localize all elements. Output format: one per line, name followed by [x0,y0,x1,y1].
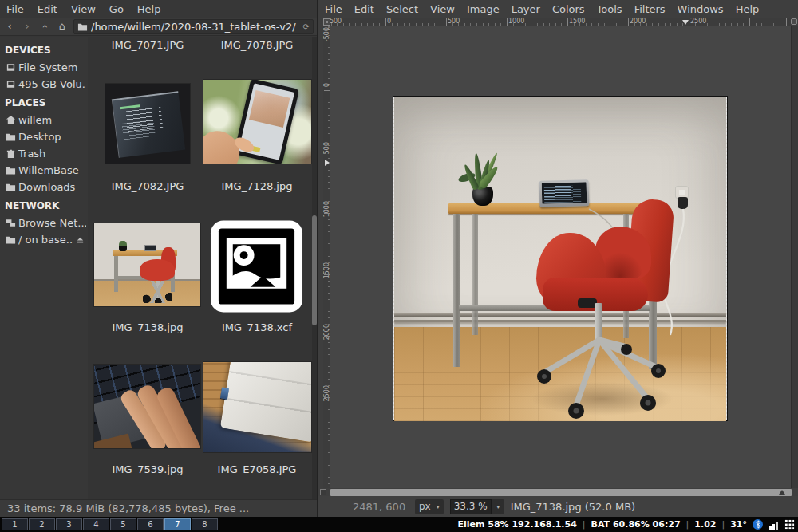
unit-dropdown[interactable]: px ▾ [415,499,444,514]
ruler-label: 0 [387,18,391,25]
menu-layer[interactable]: Layer [512,3,540,15]
menu-tools[interactable]: Tools [597,3,622,15]
horizontal-ruler[interactable]: -500 0 500 1000 1500 2000 2500 [330,18,792,26]
zoom-value: 33.3 % [454,501,488,512]
sidebar-item-label: 495 GB Volu... [18,78,86,90]
menu-file[interactable]: File [6,3,24,15]
file-label[interactable]: IMG_7138.xcf [197,321,312,333]
file-thumbnail-img-7082[interactable] [105,84,190,164]
back-button[interactable]: ‹ [3,19,16,33]
file-thumbnail-img-e7058[interactable] [203,362,311,452]
zoom-control[interactable]: 33.3 % ▾ [450,499,504,514]
sidebar-item-file-system[interactable]: File System [0,59,88,76]
path-text[interactable]: /home/willem/2020-08-31_tablet-os-v2/ [91,21,300,33]
file-thumbnail-img-7138-xcf[interactable] [209,219,304,314]
open-image[interactable] [393,97,727,420]
up-button[interactable]: › [38,19,51,33]
file-label[interactable]: IMG_7539.jpg [88,463,207,475]
chevron-down-icon: ▾ [496,503,500,510]
sidebar-item-volume[interactable]: 495 GB Volu... [0,76,88,93]
zoom-input[interactable]: 33.3 % [450,499,492,514]
quick-mask-toggle[interactable] [320,489,326,495]
canvas-horizontal-scrollbar[interactable] [330,489,792,496]
sidebar-item-label: Desktop [18,131,86,143]
ruler-label: 2000 [323,324,330,340]
file-grid: IMG_7071.JPG IMG_7078.JPG IMG_7082.JPG I… [88,37,312,499]
ruler-label: 1000 [323,201,330,217]
file-label[interactable]: IMG_E7058.JPG [197,463,312,475]
taskbar-status-area: Ellem 58% 192.168.1.54 | BAT 60.86% 06:2… [457,519,798,530]
workspace-8[interactable]: 8 [192,518,218,530]
file-thumbnail-img-7138-jpg[interactable] [94,223,200,306]
sidebar-item-downloads[interactable]: Downloads [0,179,88,195]
forward-button[interactable]: › [21,19,34,33]
workspace-1[interactable]: 1 [2,518,28,530]
file-label[interactable]: IMG_7128.jpg [197,180,312,192]
menu-view[interactable]: View [430,3,455,15]
home-button[interactable]: ⌂ [56,19,69,33]
sidebar-item-label: Trash [18,148,86,160]
ruler-origin-button[interactable] [323,18,330,26]
menu-colors[interactable]: Colors [552,3,585,15]
zoom-dropdown-button[interactable]: ▾ [492,499,504,514]
ruler-label: -500 [323,27,330,41]
workspace-4[interactable]: 4 [83,518,109,530]
file-label[interactable]: IMG_7071.JPG [88,39,207,51]
file-label[interactable]: IMG_7082.JPG [88,180,207,192]
menu-view[interactable]: View [71,3,96,15]
canvas-vertical-scrollbar[interactable] [791,26,798,488]
ruler-label: 1500 [323,262,330,278]
menu-filters[interactable]: Filters [634,3,666,15]
menu-file[interactable]: File [325,3,342,15]
sidebar-section-network: NETWORK [0,195,88,215]
file-label[interactable]: IMG_7078.JPG [197,39,312,51]
ruler-label: 2000 [630,18,646,25]
menu-go[interactable]: Go [109,3,124,15]
file-manager-menubar: File Edit View Go Help [0,0,317,18]
file-manager-window: File Edit View Go Help ‹ › › ⌂ /home/wil… [0,0,317,517]
reload-icon[interactable]: ⟳ [303,22,310,31]
sidebar-item-home[interactable]: willem [0,112,88,128]
workspace-5[interactable]: 5 [110,518,136,530]
navigation-preview-icon[interactable] [791,18,797,25]
workspace-3[interactable]: 3 [56,518,82,530]
workspace-2[interactable]: 2 [29,518,55,530]
photo-art-chair-base [394,97,728,421]
photo-art [119,241,128,252]
file-thumbnail-img-7539[interactable] [94,365,200,448]
grid-icon[interactable] [784,519,795,530]
status-text: 33 items: 78.9 MiB (82,778,485 bytes), F… [7,502,249,514]
chevron-down-icon: ▾ [437,503,440,510]
workspace-6[interactable]: 6 [137,518,164,530]
sidebar-item-willembase[interactable]: WillemBase [0,162,88,179]
sidebar-item-desktop[interactable]: Desktop [0,128,88,145]
gimp-canvas[interactable] [330,26,792,488]
sidebar-item-browse-network[interactable]: Browse Net... [0,215,88,231]
vertical-ruler[interactable]: -500 0 500 1000 1500 2000 2500 [323,26,330,488]
sidebar-section-devices: DEVICES [0,40,88,59]
menu-windows[interactable]: Windows [678,3,724,15]
unit-value: px [419,501,431,512]
path-bar[interactable]: /home/willem/2020-08-31_tablet-os-v2/ ⟳ [73,19,314,34]
network-status: Ellem 58% 192.168.1.54 [457,519,576,530]
sidebar-item-label: willem [18,114,86,126]
separator: | [686,519,689,530]
file-thumbnail-img-7128[interactable] [203,80,311,164]
menu-help[interactable]: Help [137,3,161,15]
menu-edit[interactable]: Edit [38,3,57,15]
taskbar: 1 2 3 4 5 6 7 8 Ellem 58% 192.168.1.54 |… [0,517,798,532]
file-manager-sidebar: DEVICES File System 495 GB Volu... PLACE… [0,37,88,499]
workspace-7-active[interactable]: 7 [164,518,191,530]
ruler-label: 500 [448,18,460,25]
eject-icon[interactable] [76,235,85,244]
menu-help[interactable]: Help [736,3,760,15]
menu-select[interactable]: Select [386,3,418,15]
menu-edit[interactable]: Edit [354,3,374,15]
signal-strength-icon[interactable] [768,520,779,530]
sidebar-item-remote-mount[interactable]: / on base.... [0,231,88,248]
bluetooth-icon[interactable] [753,519,763,530]
sidebar-item-trash[interactable]: Trash [0,145,88,162]
file-label[interactable]: IMG_7138.jpg [88,321,207,333]
menu-image[interactable]: Image [467,3,500,15]
separator: | [583,519,586,530]
